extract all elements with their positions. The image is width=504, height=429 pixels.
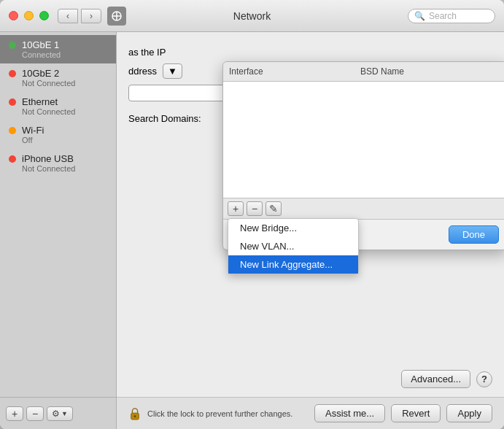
net-name: 10GbE 1 [22,39,61,50]
context-menu: New Bridge... New VLAN... New Link Aggre… [228,218,359,274]
status-dot-red [9,70,16,77]
popup-add-button[interactable]: + [228,201,244,216]
popup-edit-button[interactable]: ✎ [265,201,282,216]
popup-col-bsd: BSD Name [360,66,500,77]
gear-icon: ⚙ [52,409,60,419]
network-item-iphone-usb[interactable]: iPhone USB Not Connected [0,149,116,177]
done-button[interactable]: Done [449,225,499,244]
net-name: Ethernet [22,96,75,107]
right-panel: as the IP ddress ▼ Search Domains: Advan… [117,32,504,429]
network-item-wifi[interactable]: Wi-Fi Off [0,120,116,149]
close-button[interactable] [9,11,18,20]
gear-button[interactable]: ⚙ ▼ [47,406,73,421]
search-placeholder: Search [429,11,457,21]
status-dot-green [9,42,16,49]
status-dot-red [9,98,16,106]
net-status: Not Connected [22,107,75,116]
status-dot-red [9,155,16,163]
popup-overlay: Interface BSD Name + − ✎ Done New Br [117,32,504,429]
popup-col-interface: Interface [229,66,360,77]
remove-network-button[interactable]: − [26,406,44,421]
net-status: Off [22,136,44,144]
popup-table-area [223,82,504,198]
titlebar: ‹ › Network 🔍 Search [0,0,504,32]
nav-buttons: ‹ › [58,9,101,23]
gear-chevron: ▼ [61,410,68,417]
sidebar: 10GbE 1 Connected 10GbE 2 Not Connected … [0,32,117,429]
network-item-ethernet[interactable]: Ethernet Not Connected [0,92,116,120]
popup-toolbar: + − ✎ [223,198,504,220]
net-name: iPhone USB [22,153,75,164]
back-button[interactable]: ‹ [58,9,78,23]
main-content: 10GbE 1 Connected 10GbE 2 Not Connected … [0,32,504,429]
context-menu-item-bridge[interactable]: New Bridge... [228,219,358,237]
search-icon: 🔍 [414,11,425,21]
popup-remove-button[interactable]: − [247,201,263,216]
minimize-button[interactable] [24,11,34,20]
net-name: Wi-Fi [22,125,44,136]
net-status: Not Connected [22,164,75,173]
app-icon [107,7,126,26]
search-box[interactable]: 🔍 Search [408,9,495,23]
window-title: Network [233,10,271,22]
context-menu-item-vlan[interactable]: New VLAN... [228,237,358,255]
network-item-10gbe1[interactable]: 10GbE 1 Connected [0,35,116,63]
maximize-button[interactable] [39,11,49,20]
status-dot-orange [9,127,16,134]
forward-button[interactable]: › [81,9,101,23]
network-window: ‹ › Network 🔍 Search 10GbE 1 [0,0,504,429]
add-network-button[interactable]: + [6,406,23,421]
net-name: 10GbE 2 [22,68,75,79]
context-menu-item-link-aggregate[interactable]: New Link Aggregate... [228,255,358,274]
traffic-lights [9,11,49,20]
net-status: Not Connected [22,79,75,88]
network-item-10gbe2[interactable]: 10GbE 2 Not Connected [0,63,116,92]
network-list: 10GbE 1 Connected 10GbE 2 Not Connected … [0,32,116,397]
popup-header: Interface BSD Name [223,62,504,82]
sidebar-bottom: + − ⚙ ▼ [0,397,116,429]
net-status: Connected [22,50,61,59]
